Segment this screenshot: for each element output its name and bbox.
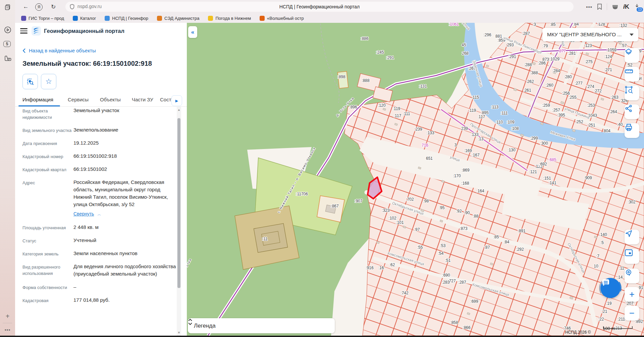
legend-toggle[interactable]: Легенда (188, 318, 335, 333)
map-label: :395 (557, 113, 565, 117)
layers-button[interactable] (625, 48, 639, 63)
tab-information[interactable]: Информация (22, 97, 53, 102)
bookmark-item[interactable]: «Волшебный остр (260, 16, 304, 21)
collapse-panel-button[interactable]: « (188, 26, 197, 38)
scroll-down-icon[interactable]: ▼ (177, 331, 181, 334)
screenshot-icon[interactable] (3, 54, 12, 62)
field-label: Кадастровая (22, 296, 73, 304)
print-button[interactable] (625, 123, 639, 138)
bookmark-label: Погода в Нижнем (215, 16, 251, 21)
map-label: :692 (539, 162, 547, 166)
map-label: :79 (542, 44, 548, 48)
tabs-scroll-right-button[interactable]: ▶ (171, 95, 182, 106)
bookmark-item[interactable]: Погода в Нижнем (208, 16, 251, 21)
field-value: Учтенный (73, 237, 177, 244)
yandex-button[interactable]: Я (35, 3, 43, 11)
downloads-button[interactable]: 13 (634, 3, 641, 11)
sidebar-divider (3, 323, 12, 323)
map-label: :292 (516, 247, 524, 252)
map-label: :300 (540, 141, 548, 146)
zoom-in-button[interactable]: + (625, 287, 639, 302)
extension-shield-icon[interactable] (612, 4, 619, 10)
panel-scrollbar[interactable]: ▲ ▼ (177, 107, 181, 336)
map-label: 91 (639, 285, 643, 290)
tab-parts[interactable]: Части ЗУ (132, 97, 153, 102)
map-label: :169 (464, 148, 472, 153)
tab-objects[interactable]: Объекты (100, 97, 121, 102)
map-label: :102 (388, 216, 396, 221)
bookmark-item[interactable]: СЭД Администра (157, 16, 199, 21)
zoom-to-object-button[interactable] (22, 74, 38, 89)
bookmark-item[interactable]: Каталог (73, 16, 96, 21)
map-label: 45 (462, 43, 466, 47)
reload-button[interactable]: ↻ (49, 2, 58, 11)
search-on-map-button[interactable] (625, 269, 639, 283)
field-row: Вид земельного участкаЗемлепользование (22, 126, 177, 139)
favorite-star-button[interactable]: ☆ (41, 74, 56, 89)
back-to-results-link[interactable]: Назад в найденные объекты (22, 48, 96, 53)
add-panel-icon[interactable]: + (3, 312, 12, 321)
map-label: :283 (442, 280, 450, 285)
map-canvas[interactable]: :886:245:291:296881:859:293:287:3:85:84:… (187, 23, 644, 336)
map-label: :119 (393, 106, 400, 111)
scrollbar-thumb[interactable] (177, 118, 180, 288)
collapse-address-link[interactable]: Свернуть (73, 210, 94, 218)
page-title: НСПД | Геоинформационный портал (65, 4, 574, 9)
portal-logo (31, 26, 41, 36)
map-label: :262 (526, 79, 534, 84)
map-label: :57 (621, 43, 627, 48)
map-label: :291 (508, 54, 516, 59)
map-label: :277 (575, 81, 583, 86)
measure-button[interactable] (625, 67, 639, 82)
kaspersky-extension-icon[interactable]: iK (623, 3, 629, 10)
back-button[interactable]: ← (21, 2, 31, 11)
sidebar-more-icon[interactable]: ••• (3, 326, 12, 334)
field-row: Кадастровый квартал66:19:1501002 (22, 165, 177, 179)
map-label: :164 (476, 189, 484, 193)
bookmark-icon[interactable] (597, 4, 602, 10)
map-label: :11706 (296, 192, 308, 196)
tab-services[interactable]: Сервисы (68, 97, 89, 102)
scroll-up-icon[interactable]: ▲ (177, 108, 181, 111)
bookmark-item[interactable]: ГИС Торги – прод (21, 16, 64, 21)
map-label: :51 (445, 258, 451, 263)
map-label: :84 (573, 23, 579, 27)
area-search-icon (625, 86, 633, 94)
map-label: :272 (594, 89, 602, 93)
map-label: :7 (596, 254, 599, 258)
play-icon[interactable] (3, 26, 12, 34)
field-value: Земельный участок (73, 107, 177, 121)
map-label: :90 (464, 210, 470, 215)
tab-counter[interactable]: 5 (3, 41, 11, 47)
ruler-icon (625, 67, 633, 76)
bookmark-label: Каталог (80, 16, 96, 21)
select-area-search-button[interactable] (625, 86, 639, 100)
address-bar[interactable]: nspd.gov.ru НСПД | Геоинформационный пор… (65, 2, 574, 12)
map-label: :287 (522, 31, 530, 36)
map-label: :170 (453, 174, 461, 178)
share-button[interactable] (625, 104, 639, 119)
bookmark-item[interactable]: НСПД | Геоинфор (105, 16, 148, 21)
map-label: :207 (626, 301, 634, 306)
legend-label: Легенда (194, 323, 329, 329)
menu-icon[interactable] (20, 28, 28, 34)
map-label: :271 (604, 67, 612, 72)
map-label: :281 (568, 51, 576, 56)
map-label: :128 (597, 23, 605, 27)
parcel-898[interactable] (338, 71, 348, 89)
organization-dropdown[interactable]: МКУ "ЦЕНТР ЗЕМЕЛЬНОГО ... (542, 28, 638, 41)
zoom-out-button[interactable]: − (625, 306, 639, 321)
notes-icon[interactable] (3, 3, 12, 11)
my-location-button[interactable] (625, 230, 639, 244)
field-value: 19.12.2025 (73, 139, 177, 147)
field-value: – (73, 283, 177, 291)
more-menu-button[interactable]: ••• (586, 4, 592, 10)
map-label: :888 (362, 78, 370, 83)
mini-map-button[interactable] (625, 249, 639, 264)
map-label: :284 (552, 68, 560, 73)
support-chat-button[interactable] (598, 276, 623, 300)
active-tab-underline (18, 105, 60, 106)
map-label: 804 (604, 129, 610, 133)
map-label: :251 (587, 123, 595, 128)
map-label: :299 (530, 136, 538, 141)
